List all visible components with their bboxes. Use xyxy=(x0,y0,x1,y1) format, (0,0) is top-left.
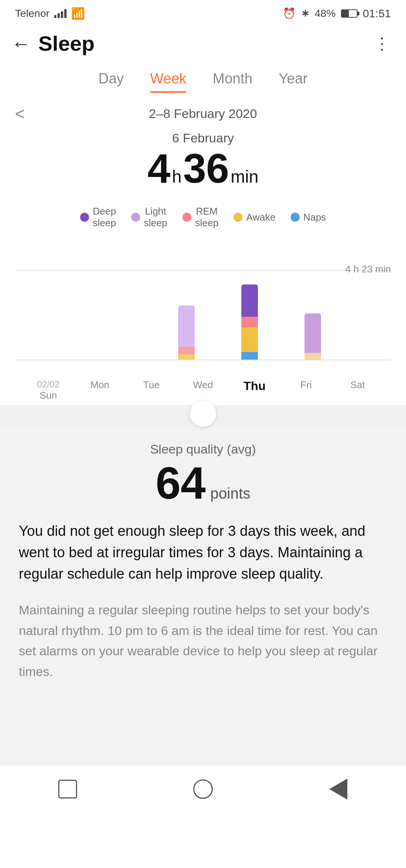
nav-bottom-bar xyxy=(0,765,406,813)
circle-icon xyxy=(193,779,213,799)
quality-label: Sleep quality (avg) xyxy=(19,442,387,457)
bar-thu-rem xyxy=(241,317,258,327)
tab-month[interactable]: Month xyxy=(213,71,253,93)
sleep-summary: 6 February 4 h 36 min xyxy=(0,125,406,202)
sun-day: Sun xyxy=(39,390,57,401)
signal-icon xyxy=(54,9,67,18)
bar-wed-stack xyxy=(178,305,195,360)
awake-label: Awake xyxy=(246,212,276,223)
legend-awake: Awake xyxy=(233,206,276,229)
x-label-sun: 02/02 Sun xyxy=(33,379,64,401)
legend-light-sleep: Lightsleep xyxy=(131,206,167,229)
bar-wed-awake xyxy=(178,354,195,360)
x-label-mon: Mon xyxy=(85,379,115,401)
insight-main-text: You did not get enough sleep for 3 days … xyxy=(19,520,387,585)
rem-sleep-label: REMsleep xyxy=(195,206,218,229)
fri-day: Fri xyxy=(300,379,312,390)
status-left: Telenor 📶 xyxy=(15,7,85,20)
bar-wed-light xyxy=(178,305,195,347)
rem-sleep-dot xyxy=(182,213,191,222)
chart-container: 4 h 23 min xyxy=(0,240,406,375)
header: ← Sleep ⋮ xyxy=(0,24,406,63)
scroll-indicator xyxy=(0,405,406,427)
tab-day[interactable]: Day xyxy=(98,71,124,93)
more-menu-button[interactable]: ⋮ xyxy=(374,34,391,53)
mon-day: Mon xyxy=(90,379,109,390)
nav-back-button[interactable] xyxy=(325,776,351,802)
sun-date: 02/02 xyxy=(33,379,64,390)
sleep-duration: 4 h 36 min xyxy=(15,148,391,189)
tab-year[interactable]: Year xyxy=(279,71,308,93)
bar-thu-deep xyxy=(241,284,258,317)
bar-thu-naps xyxy=(241,352,258,360)
tue-day: Tue xyxy=(143,379,160,390)
nav-circle-button[interactable] xyxy=(190,776,216,802)
scroll-dot[interactable] xyxy=(190,401,216,427)
bar-fri xyxy=(304,240,321,360)
deep-sleep-dot xyxy=(80,213,89,222)
sat-day: Sat xyxy=(350,379,365,390)
x-label-sat: Sat xyxy=(342,379,373,401)
date-navigation: < 2–8 February 2020 xyxy=(0,93,406,125)
battery-icon xyxy=(341,9,358,18)
naps-label: Naps xyxy=(303,212,326,223)
chart-bars xyxy=(15,240,391,360)
header-left: ← Sleep xyxy=(11,31,94,56)
quality-number: 64 xyxy=(156,460,206,505)
wifi-icon: 📶 xyxy=(71,7,85,20)
quality-score: 64 points xyxy=(19,460,387,505)
bar-fri-awake xyxy=(304,353,321,360)
status-bar: Telenor 📶 ⏰ ∗ 48% 01:51 xyxy=(0,0,406,24)
deep-sleep-label: Deepsleep xyxy=(93,206,116,229)
light-sleep-dot xyxy=(131,213,140,222)
alarm-icon: ⏰ xyxy=(283,7,296,20)
legend-deep-sleep: Deepsleep xyxy=(80,206,116,229)
date-range: 2–8 February 2020 xyxy=(149,106,257,121)
prev-period-button[interactable]: < xyxy=(15,104,25,123)
chart-inner: 4 h 23 min xyxy=(15,240,391,375)
wed-day: Wed xyxy=(193,379,213,390)
bluetooth-icon: ∗ xyxy=(301,8,309,19)
carrier-text: Telenor xyxy=(15,8,50,20)
quality-unit: points xyxy=(210,485,250,502)
light-sleep-label: Lightsleep xyxy=(144,206,167,229)
x-label-tue: Tue xyxy=(136,379,167,401)
minutes-unit: min xyxy=(231,166,259,187)
sleep-hours: 4 xyxy=(147,148,170,189)
status-right: ⏰ ∗ 48% 01:51 xyxy=(283,7,391,20)
hours-unit: h xyxy=(172,166,182,187)
time-display: 01:51 xyxy=(363,7,391,20)
sleep-minutes: 36 xyxy=(183,148,229,189)
sleep-legend: Deepsleep Lightsleep REMsleep Awake Naps xyxy=(0,202,406,236)
bar-fri-light xyxy=(304,313,321,353)
triangle-icon xyxy=(329,779,347,800)
legend-naps: Naps xyxy=(291,206,326,229)
tab-week[interactable]: Week xyxy=(150,71,186,93)
back-button[interactable]: ← xyxy=(11,32,31,55)
battery-percent: 48% xyxy=(315,8,336,20)
bar-thu-awake xyxy=(241,327,258,352)
page-title: Sleep xyxy=(38,31,94,56)
awake-dot xyxy=(233,213,242,222)
square-icon xyxy=(58,780,77,798)
bar-thu xyxy=(241,240,258,360)
x-label-thu: Thu xyxy=(239,379,270,401)
x-label-fri: Fri xyxy=(291,379,321,401)
naps-dot xyxy=(291,213,300,222)
legend-rem-sleep: REMsleep xyxy=(182,206,218,229)
bar-wed-rem xyxy=(178,347,195,354)
bar-thu-stack xyxy=(241,284,258,360)
nav-square-button[interactable] xyxy=(55,776,81,802)
insight-sub-text: Maintaining a regular sleeping routine h… xyxy=(19,600,387,682)
thu-day: Thu xyxy=(244,379,266,393)
bar-fri-stack xyxy=(304,313,321,360)
tab-bar: Day Week Month Year xyxy=(0,63,406,93)
selected-day: 6 February xyxy=(15,131,391,145)
x-label-wed: Wed xyxy=(188,379,218,401)
bar-wed xyxy=(178,240,195,360)
bottom-section: Sleep quality (avg) 64 points You did no… xyxy=(0,427,406,765)
